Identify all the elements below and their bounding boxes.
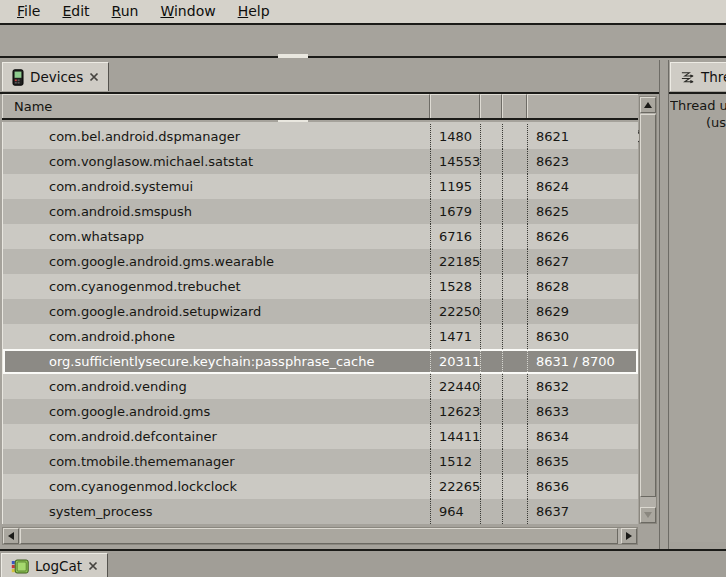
- process-col4: [502, 249, 527, 274]
- table-row[interactable]: com.android.defcontainer 14411 8634: [3, 424, 638, 449]
- process-col3: [480, 399, 502, 424]
- process-pid: 1480: [430, 124, 480, 149]
- panel-sash[interactable]: [661, 60, 668, 549]
- process-col4: [502, 299, 527, 324]
- process-port: 8635: [527, 449, 638, 474]
- table-row[interactable]: com.whatsapp 6716 8626: [3, 224, 638, 249]
- column-header-2[interactable]: [480, 94, 502, 118]
- scroll-up-button[interactable]: [640, 97, 656, 113]
- table-row[interactable]: com.cyanogenmod.trebuchet 1528 8628: [3, 274, 638, 299]
- process-col3: [480, 224, 502, 249]
- process-col3: [480, 449, 502, 474]
- process-name: com.vonglasow.michael.satstat: [3, 149, 430, 174]
- column-header-name[interactable]: Name: [2, 94, 430, 118]
- process-name: com.cyanogenmod.trebuchet: [3, 274, 430, 299]
- process-port: 8632: [527, 374, 638, 399]
- process-name: system_process: [3, 499, 430, 524]
- tab-threads[interactable]: Threads: [670, 62, 726, 91]
- table-body: com.bel.android.dspmanager 1480 8621 com…: [2, 122, 638, 524]
- process-col3: [480, 199, 502, 224]
- tab-logcat[interactable]: LogCat: [1, 553, 108, 577]
- process-name: com.google.android.gms.wearable: [3, 249, 430, 274]
- process-name: com.android.smspush: [3, 199, 430, 224]
- process-pid: 22185: [430, 249, 480, 274]
- tab-devices[interactable]: Devices: [2, 62, 109, 91]
- process-col4: [502, 274, 527, 299]
- process-port: 8627: [527, 249, 638, 274]
- close-icon[interactable]: [89, 72, 99, 82]
- process-name: org.sufficientlysecure.keychain:passphra…: [3, 349, 430, 374]
- process-name: com.android.vending: [3, 374, 430, 399]
- table-row[interactable]: org.sufficientlysecure.keychain:passphra…: [3, 349, 638, 374]
- tab-devices-label: Devices: [30, 69, 83, 85]
- hover-highlight-sliver: [278, 54, 308, 58]
- process-port: 8633: [527, 399, 638, 424]
- process-name: com.android.phone: [3, 324, 430, 349]
- tab-threads-label: Threads: [701, 69, 726, 85]
- process-name: com.cyanogenmod.lockclock: [3, 474, 430, 499]
- process-col4: [502, 499, 527, 524]
- scroll-left-button[interactable]: [3, 528, 19, 544]
- process-pid: 12623: [430, 399, 480, 424]
- table-row[interactable]: com.bel.android.dspmanager 1480 8621: [3, 124, 638, 149]
- vertical-scrollbar[interactable]: [639, 96, 657, 524]
- arrow-left-icon: [8, 532, 14, 540]
- table-row[interactable]: com.tmobile.thememanager 1512 8635: [3, 449, 638, 474]
- scroll-down-button[interactable]: [640, 507, 656, 523]
- process-col3: [480, 124, 502, 149]
- process-name: com.android.defcontainer: [3, 424, 430, 449]
- process-col4: [502, 399, 527, 424]
- devices-tab-strip: Devices: [0, 60, 659, 92]
- table-row[interactable]: com.google.android.gms.wearable 22185 86…: [3, 249, 638, 274]
- process-pid: 1512: [430, 449, 480, 474]
- horizontal-scrollbar[interactable]: [2, 527, 638, 545]
- table-row[interactable]: com.google.android.setupwizard 22250 862…: [3, 299, 638, 324]
- threads-icon: [680, 70, 695, 85]
- menu-file[interactable]: File: [6, 0, 51, 24]
- column-header-pid[interactable]: [430, 94, 480, 118]
- table-row[interactable]: com.android.smspush 1679 8625: [3, 199, 638, 224]
- process-port: 8636: [527, 474, 638, 499]
- process-name: com.google.android.setupwizard: [3, 299, 430, 324]
- arrow-right-icon: [626, 532, 632, 540]
- table-row[interactable]: system_process 964 8637: [3, 499, 638, 524]
- table-row[interactable]: com.android.vending 22440 8632: [3, 374, 638, 399]
- process-port: 8637: [527, 499, 638, 524]
- vertical-scrollbar-thumb[interactable]: [640, 114, 656, 497]
- process-pid: 22440: [430, 374, 480, 399]
- process-port: 8624: [527, 174, 638, 199]
- menu-run[interactable]: Run: [101, 0, 150, 24]
- arrow-up-icon: [644, 102, 652, 108]
- table-row[interactable]: com.cyanogenmod.lockclock 22265 8636: [3, 474, 638, 499]
- process-col3: [480, 149, 502, 174]
- process-port: 8630: [527, 324, 638, 349]
- horizontal-scrollbar-thumb[interactable]: [20, 528, 618, 544]
- process-pid: 964: [430, 499, 480, 524]
- scroll-right-button[interactable]: [621, 528, 637, 544]
- process-col4: [502, 449, 527, 474]
- process-col3: [480, 299, 502, 324]
- threads-panel: Threads Thread updates not enabled for s…: [668, 60, 726, 549]
- process-port: 8623: [527, 149, 638, 174]
- menu-window[interactable]: Window: [149, 0, 226, 24]
- process-col3: [480, 249, 502, 274]
- menu-help[interactable]: Help: [227, 0, 281, 24]
- table-row[interactable]: com.google.android.gms 12623 8633: [3, 399, 638, 424]
- process-col3: [480, 374, 502, 399]
- table-row[interactable]: com.android.systemui 1195 8624: [3, 174, 638, 199]
- process-pid: 20311: [430, 349, 480, 374]
- process-name: com.google.android.gms: [3, 399, 430, 424]
- table-row[interactable]: com.vonglasow.michael.satstat 14553 8623: [3, 149, 638, 174]
- process-col4: [502, 474, 527, 499]
- column-header-port[interactable]: [527, 94, 638, 118]
- device-phone-icon: [12, 69, 24, 86]
- menu-edit[interactable]: Edit: [51, 0, 100, 24]
- process-col4: [502, 349, 527, 374]
- table-row[interactable]: com.android.phone 1471 8630: [3, 324, 638, 349]
- bottom-tab-strip: LogCat: [0, 549, 726, 577]
- process-col3: [480, 174, 502, 199]
- process-pid: 1471: [430, 324, 480, 349]
- process-col3: [480, 474, 502, 499]
- column-header-3[interactable]: [502, 94, 527, 118]
- close-icon[interactable]: [88, 561, 98, 571]
